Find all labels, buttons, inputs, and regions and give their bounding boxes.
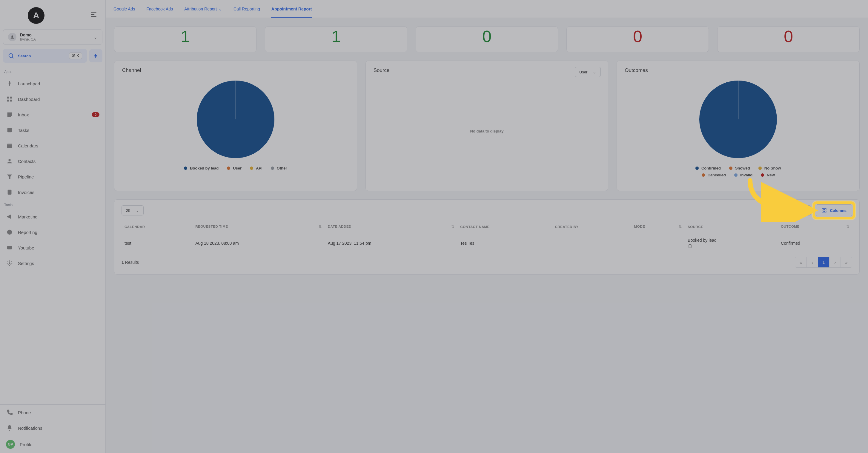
inbox-icon [6,111,13,118]
legend-item: User [227,166,242,170]
nav-label: Reporting [18,230,37,235]
sort-icon: ⇅ [679,225,682,229]
clipboard-icon [688,244,692,249]
tab-call-reporting[interactable]: Call Reporting [233,3,261,18]
outcomes-pie-chart [699,80,777,158]
tab-attribution-report[interactable]: Attribution Report⌄ [184,3,223,18]
calendar-icon [6,142,13,149]
chart-title: Channel [122,67,349,73]
collapse-sidebar-button[interactable] [88,9,99,22]
page-current[interactable]: 1 [818,257,829,267]
page-first[interactable]: « [795,257,806,267]
account-location: Irvine, CA [20,37,36,41]
col-calendar[interactable]: CALENDAR [122,221,192,232]
nav-label: Inbox [18,112,29,117]
launchpad-icon [6,80,13,87]
col-mode[interactable]: MODE⇅ [631,221,685,232]
pagination: « ‹ 1 › » [795,257,852,268]
kpi-value: 0 [482,27,492,46]
legend-item: Confirmed [695,166,721,170]
quick-action-button[interactable] [89,49,102,62]
page-next[interactable]: › [829,257,840,267]
nav-label: Youtube [18,245,34,250]
nav-calendars[interactable]: Calendars [0,138,105,153]
nav-phone[interactable]: Phone [0,405,105,420]
legend-item: Cancelled [702,173,726,177]
nav-label: Notifications [18,425,42,431]
lightning-icon [93,53,99,59]
top-tabs: Google Ads Facebook Ads Attribution Repo… [106,0,868,18]
nav-marketing[interactable]: Marketing [0,209,105,224]
sort-icon: ⇅ [846,225,849,229]
kpi-card: 1 [265,26,407,52]
nav-profile[interactable]: GP Profile [0,436,105,453]
col-contact[interactable]: CONTACT NAME [457,221,552,232]
svg-rect-13 [822,208,824,210]
nav-apps: Launchpad Dashboard Inbox 0 Tasks Calend… [0,76,105,200]
source-filter-dropdown[interactable]: User ⌄ [575,67,601,77]
page-prev[interactable]: ‹ [806,257,818,267]
table-row[interactable]: test Aug 18 2023, 08:00 am Aug 17 2023, … [122,232,852,254]
col-added[interactable]: DATE ADDED⇅ [325,221,458,232]
cell-source: Booked by lead [685,232,778,254]
search-shortcut: ⌘ K [69,53,82,59]
account-selector[interactable]: Demo Irvine, CA ⌄ [3,29,102,45]
svg-rect-3 [10,97,12,98]
tab-google-ads[interactable]: Google Ads [113,3,135,18]
tab-appointment-report[interactable]: Appointment Report [271,3,312,18]
nav-notifications[interactable]: Notifications [0,420,105,436]
chart-title: Outcomes [625,67,851,73]
nav-label: Tasks [18,128,29,133]
page-last[interactable]: » [840,257,852,267]
cell-mode [631,232,685,254]
legend-swatch [227,166,230,170]
nav-inbox[interactable]: Inbox 0 [0,107,105,122]
inbox-badge: 0 [92,112,99,117]
gear-icon [6,260,13,267]
profile-avatar: GP [6,440,15,449]
nav-launchpad[interactable]: Launchpad [0,76,105,91]
report-icon [6,229,13,236]
legend-swatch [250,166,253,170]
search-button[interactable]: Search ⌘ K [3,49,87,63]
filter-all-dropdown[interactable]: All ⌄ [789,205,811,216]
nav-invoices[interactable]: Invoices [0,185,105,200]
legend-swatch [734,173,738,177]
legend-swatch [695,166,699,170]
nav-pipeline[interactable]: Pipeline [0,169,105,185]
pipeline-icon [6,173,13,180]
nav-contacts[interactable]: Contacts [0,153,105,169]
svg-rect-17 [689,245,691,248]
chevron-down-icon: ⌄ [803,208,806,213]
svg-rect-14 [825,208,826,210]
page-size-dropdown[interactable]: 25 ⌄ [122,205,144,216]
chart-row: Channel Booked by lead User API Other So… [114,61,860,191]
col-source[interactable]: SOURCE [685,221,778,232]
sort-icon: ⇅ [451,225,455,229]
legend-swatch [729,166,733,170]
tab-facebook-ads[interactable]: Facebook Ads [146,3,174,18]
columns-button[interactable]: Columns [816,204,852,216]
col-createdby[interactable]: CREATED BY [552,221,631,232]
col-outcome[interactable]: OUTCOME⇅ [778,221,852,232]
account-avatar-icon [8,33,17,41]
nav-tasks[interactable]: Tasks [0,122,105,138]
svg-rect-5 [10,100,12,101]
nav-settings[interactable]: Settings [0,255,105,271]
nav-label: Contacts [18,159,35,164]
svg-point-0 [11,35,13,37]
nav-label: Profile [20,442,33,447]
nav-reporting[interactable]: Reporting [0,224,105,240]
legend-item: Invalid [734,173,752,177]
cell-added: Aug 17 2023, 11:54 pm [325,232,458,254]
search-label: Search [18,54,31,58]
nav-dashboard[interactable]: Dashboard [0,91,105,107]
col-requested[interactable]: REQUESTED TIME⇅ [192,221,325,232]
legend-swatch [702,173,705,177]
channel-chart: Channel Booked by lead User API Other [114,61,357,191]
nav-youtube[interactable]: Youtube [0,240,105,255]
legend-swatch [184,166,187,170]
kpi-card: 0 [717,26,860,52]
dashboard-icon [6,96,13,103]
svg-rect-6 [7,128,12,132]
